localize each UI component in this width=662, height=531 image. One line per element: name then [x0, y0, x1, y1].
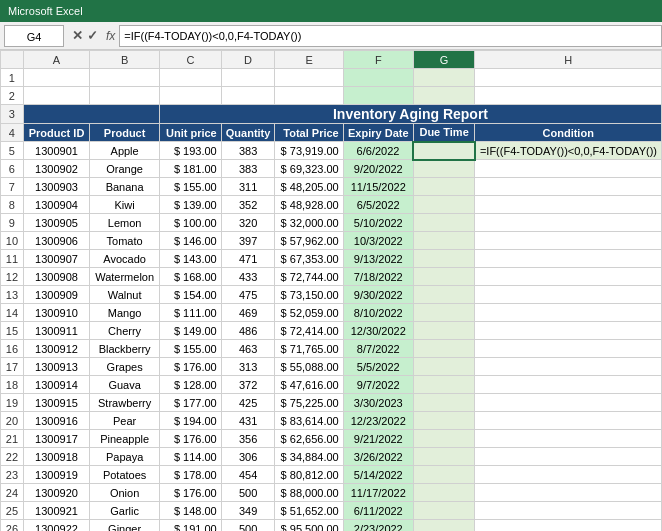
cell-13-0[interactable]: 1300909: [23, 286, 89, 304]
cell-5-1[interactable]: Apple: [90, 142, 160, 160]
cell-18-5[interactable]: 9/7/2022: [343, 376, 413, 394]
cell-23-4[interactable]: $ 80,812.00: [275, 466, 343, 484]
cell-14-1[interactable]: Mango: [90, 304, 160, 322]
cell-12-5[interactable]: 7/18/2022: [343, 268, 413, 286]
cell-15-7[interactable]: [475, 322, 662, 340]
cell-26-7[interactable]: [475, 520, 662, 532]
cell-h2[interactable]: [475, 87, 662, 105]
cell-8-0[interactable]: 1300904: [23, 196, 89, 214]
cell-5-4[interactable]: $ 73,919.00: [275, 142, 343, 160]
cell-6-4[interactable]: $ 69,323.00: [275, 160, 343, 178]
col-header-b[interactable]: B: [90, 51, 160, 69]
cell-17-5[interactable]: 5/5/2022: [343, 358, 413, 376]
cell-17-1[interactable]: Grapes: [90, 358, 160, 376]
cell-21-7[interactable]: [475, 430, 662, 448]
cell-22-7[interactable]: [475, 448, 662, 466]
cell-9-1[interactable]: Lemon: [90, 214, 160, 232]
cell-13-6[interactable]: [413, 286, 475, 304]
cell-12-7[interactable]: [475, 268, 662, 286]
col-header-e[interactable]: E: [275, 51, 343, 69]
cell-24-1[interactable]: Onion: [90, 484, 160, 502]
cell-13-7[interactable]: [475, 286, 662, 304]
cell-20-5[interactable]: 12/23/2022: [343, 412, 413, 430]
cell-14-5[interactable]: 8/10/2022: [343, 304, 413, 322]
cell-23-5[interactable]: 5/14/2022: [343, 466, 413, 484]
col-header-f[interactable]: F: [343, 51, 413, 69]
cell-23-3[interactable]: 454: [221, 466, 275, 484]
cell-8-6[interactable]: [413, 196, 475, 214]
cell-a1[interactable]: [23, 69, 89, 87]
cell-19-7[interactable]: [475, 394, 662, 412]
cell-22-6[interactable]: [413, 448, 475, 466]
cell-25-1[interactable]: Garlic: [90, 502, 160, 520]
cell-11-0[interactable]: 1300907: [23, 250, 89, 268]
cell-15-2[interactable]: $ 149.00: [160, 322, 222, 340]
cell-17-2[interactable]: $ 176.00: [160, 358, 222, 376]
cell-24-0[interactable]: 1300920: [23, 484, 89, 502]
cell-22-5[interactable]: 3/26/2022: [343, 448, 413, 466]
cell-a2[interactable]: [23, 87, 89, 105]
cell-5-5[interactable]: 6/6/2022: [343, 142, 413, 160]
cell-9-6[interactable]: [413, 214, 475, 232]
cell-d1[interactable]: [221, 69, 275, 87]
confirm-icon[interactable]: ✓: [87, 28, 98, 43]
cell-20-0[interactable]: 1300916: [23, 412, 89, 430]
cell-9-4[interactable]: $ 32,000.00: [275, 214, 343, 232]
cell-11-2[interactable]: $ 143.00: [160, 250, 222, 268]
cell-h1[interactable]: [475, 69, 662, 87]
cell-16-5[interactable]: 8/7/2022: [343, 340, 413, 358]
cell-20-1[interactable]: Pear: [90, 412, 160, 430]
cell-10-3[interactable]: 397: [221, 232, 275, 250]
cell-14-2[interactable]: $ 111.00: [160, 304, 222, 322]
cell-5-3[interactable]: 383: [221, 142, 275, 160]
cell-17-0[interactable]: 1300913: [23, 358, 89, 376]
cell-10-6[interactable]: [413, 232, 475, 250]
cell-26-2[interactable]: $ 191.00: [160, 520, 222, 532]
cell-18-1[interactable]: Guava: [90, 376, 160, 394]
cell-10-2[interactable]: $ 146.00: [160, 232, 222, 250]
cell-14-6[interactable]: [413, 304, 475, 322]
cell-7-2[interactable]: $ 155.00: [160, 178, 222, 196]
cell-8-3[interactable]: 352: [221, 196, 275, 214]
name-box[interactable]: G4: [4, 25, 64, 47]
cell-12-2[interactable]: $ 168.00: [160, 268, 222, 286]
cell-20-2[interactable]: $ 194.00: [160, 412, 222, 430]
cancel-icon[interactable]: ✕: [72, 28, 83, 43]
cell-18-7[interactable]: [475, 376, 662, 394]
cell-10-1[interactable]: Tomato: [90, 232, 160, 250]
col-header-c[interactable]: C: [160, 51, 222, 69]
cell-26-1[interactable]: Ginger: [90, 520, 160, 532]
cell-19-4[interactable]: $ 75,225.00: [275, 394, 343, 412]
cell-21-1[interactable]: Pineapple: [90, 430, 160, 448]
cell-19-2[interactable]: $ 177.00: [160, 394, 222, 412]
cell-5-7[interactable]: =IF((F4-TODAY())<0,0,F4-TODAY()): [475, 142, 662, 160]
cell-20-3[interactable]: 431: [221, 412, 275, 430]
cell-22-3[interactable]: 306: [221, 448, 275, 466]
cell-9-0[interactable]: 1300905: [23, 214, 89, 232]
cell-25-7[interactable]: [475, 502, 662, 520]
cell-5-0[interactable]: 1300901: [23, 142, 89, 160]
cell-15-3[interactable]: 486: [221, 322, 275, 340]
cell-16-1[interactable]: Blackberry: [90, 340, 160, 358]
cell-23-0[interactable]: 1300919: [23, 466, 89, 484]
cell-22-2[interactable]: $ 114.00: [160, 448, 222, 466]
cell-5-6[interactable]: [413, 142, 475, 160]
cell-11-1[interactable]: Avocado: [90, 250, 160, 268]
cell-6-1[interactable]: Orange: [90, 160, 160, 178]
cell-13-3[interactable]: 475: [221, 286, 275, 304]
cell-d2[interactable]: [221, 87, 275, 105]
cell-17-7[interactable]: [475, 358, 662, 376]
cell-8-2[interactable]: $ 139.00: [160, 196, 222, 214]
cell-14-4[interactable]: $ 52,059.00: [275, 304, 343, 322]
cell-10-5[interactable]: 10/3/2022: [343, 232, 413, 250]
cell-24-6[interactable]: [413, 484, 475, 502]
cell-24-2[interactable]: $ 176.00: [160, 484, 222, 502]
cell-23-1[interactable]: Potatoes: [90, 466, 160, 484]
cell-12-6[interactable]: [413, 268, 475, 286]
cell-19-0[interactable]: 1300915: [23, 394, 89, 412]
cell-15-0[interactable]: 1300911: [23, 322, 89, 340]
cell-c1[interactable]: [160, 69, 222, 87]
cell-17-4[interactable]: $ 55,088.00: [275, 358, 343, 376]
cell-17-6[interactable]: [413, 358, 475, 376]
col-header-g[interactable]: G: [413, 51, 475, 69]
